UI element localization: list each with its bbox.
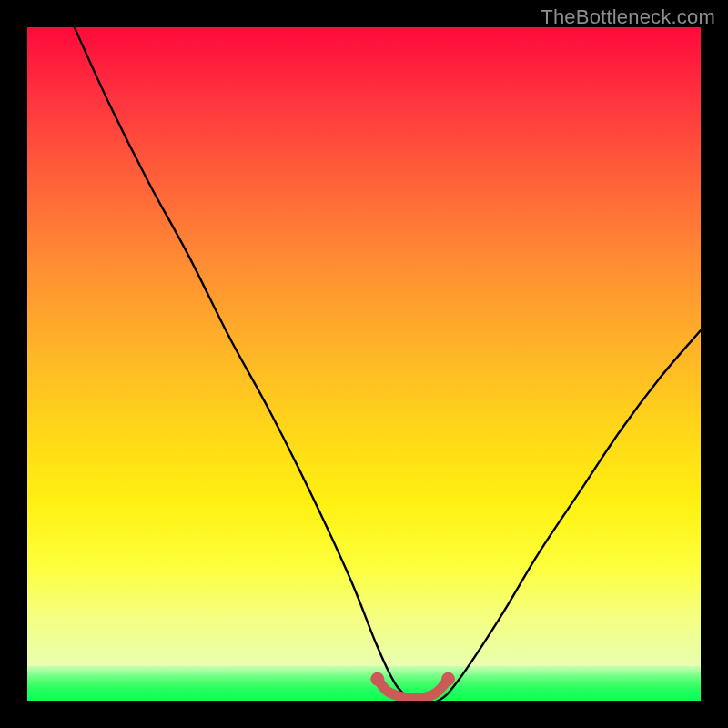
valley-marker-line <box>378 679 449 698</box>
valley-marker-dot <box>370 672 384 686</box>
watermark-text: TheBottleneck.com <box>541 5 715 29</box>
valley-marker-dot <box>441 672 455 686</box>
valley-marker-group <box>370 672 455 698</box>
bottleneck-curve <box>75 27 701 701</box>
plot-area <box>27 27 701 701</box>
chart-frame: TheBottleneck.com <box>0 0 728 728</box>
curve-layer <box>27 27 701 701</box>
